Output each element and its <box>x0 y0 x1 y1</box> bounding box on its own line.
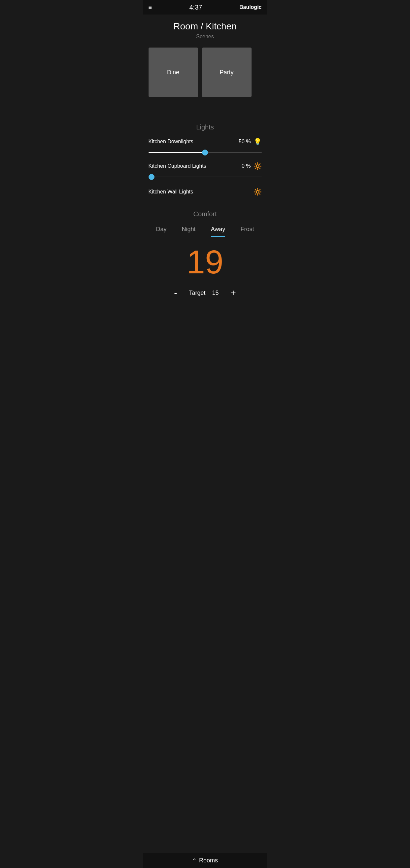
page-header: Room / Kitchen Scenes <box>143 14 267 48</box>
scenes-grid: Dine Party <box>149 48 262 97</box>
temp-decrement-button[interactable]: - <box>169 285 182 301</box>
comfort-tabs: Day Night Away Frost <box>149 223 262 236</box>
light-info-cupboard: 0 % 🔆 <box>242 162 262 170</box>
bulb-icon-wall[interactable]: 🔆 <box>254 188 262 196</box>
status-bar: ≡ 4:37 Baulogic <box>143 0 267 14</box>
temperature-value: 19 <box>149 245 262 278</box>
light-header-downlights: Kitchen Downlights 50 % 💡 <box>149 138 262 146</box>
brand-name: Baulogic <box>239 4 262 10</box>
tab-frost[interactable]: Frost <box>240 223 254 236</box>
comfort-section: Comfort Day Night Away Frost 19 - Target… <box>143 210 267 307</box>
temp-increment-button[interactable]: + <box>225 285 241 301</box>
lights-section-label: Lights <box>149 123 262 131</box>
tab-night[interactable]: Night <box>182 223 196 236</box>
light-info-downlights: 50 % 💡 <box>239 138 261 146</box>
temperature-controls: - Target 15 + <box>149 285 262 301</box>
bulb-icon-cupboard[interactable]: 🔆 <box>254 162 262 170</box>
slider-cupboard[interactable] <box>149 177 262 177</box>
light-percent-downlights: 50 % <box>239 139 251 145</box>
light-name-wall: Kitchen Wall Lights <box>149 189 193 195</box>
slider-downlights[interactable] <box>149 152 262 153</box>
light-header-cupboard: Kitchen Cupboard Lights 0 % 🔆 <box>149 162 262 170</box>
bulb-icon-downlights[interactable]: 💡 <box>254 138 262 146</box>
scenes-container: Dine Party <box>143 48 267 104</box>
scene-button-dine[interactable]: Dine <box>149 48 198 97</box>
light-item-downlights: Kitchen Downlights 50 % 💡 <box>149 138 262 154</box>
scene-button-party[interactable]: Party <box>202 48 252 97</box>
light-percent-cupboard: 0 % <box>242 163 251 169</box>
tab-away[interactable]: Away <box>211 223 225 236</box>
comfort-section-label: Comfort <box>149 210 262 218</box>
light-info-wall: 🔆 <box>254 188 262 196</box>
temperature-display: 19 <box>149 245 262 278</box>
page-title: Room / Kitchen <box>149 21 262 32</box>
tab-day[interactable]: Day <box>156 223 167 236</box>
light-item-wall: Kitchen Wall Lights 🔆 <box>149 187 262 196</box>
target-value: 15 <box>212 289 219 297</box>
status-time: 4:37 <box>189 4 202 11</box>
light-name-cupboard: Kitchen Cupboard Lights <box>149 163 206 169</box>
menu-icon[interactable]: ≡ <box>149 4 153 11</box>
light-name-downlights: Kitchen Downlights <box>149 139 193 145</box>
scenes-section-label: Scenes <box>149 34 262 40</box>
spacer <box>143 104 267 123</box>
lights-section: Lights Kitchen Downlights 50 % 💡 Kitchen… <box>143 123 267 210</box>
light-header-wall: Kitchen Wall Lights 🔆 <box>149 188 262 196</box>
light-item-cupboard: Kitchen Cupboard Lights 0 % 🔆 <box>149 162 262 179</box>
target-label: Target <box>189 289 205 297</box>
